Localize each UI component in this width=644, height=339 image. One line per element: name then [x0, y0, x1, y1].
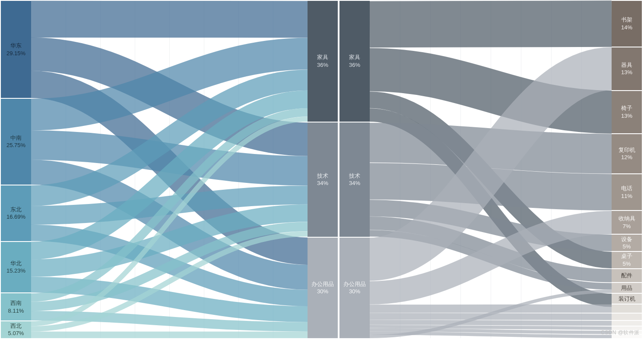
sankey-flows [1, 1, 338, 338]
sankey-flows [339, 1, 642, 338]
sankey-flow[interactable] [370, 322, 612, 323]
sankey-dashboard: 华东29.15%中南25.75%东北16.69%华北15.23%西南8.11%西… [0, 0, 644, 339]
sankey-region-to-category[interactable]: 华东29.15%中南25.75%东北16.69%华北15.23%西南8.11%西… [1, 1, 338, 338]
sankey-flow[interactable] [370, 308, 612, 309]
sankey-flow[interactable] [370, 24, 612, 24]
sankey-flow[interactable] [370, 326, 612, 328]
sankey-flow[interactable] [370, 316, 612, 317]
sankey-category-to-subcategory[interactable]: 家具36%技术34%办公用品30%书架14%器具13%椅子13%复印机12%电话… [339, 1, 642, 338]
watermark: CSDN @软件派 [601, 329, 640, 336]
